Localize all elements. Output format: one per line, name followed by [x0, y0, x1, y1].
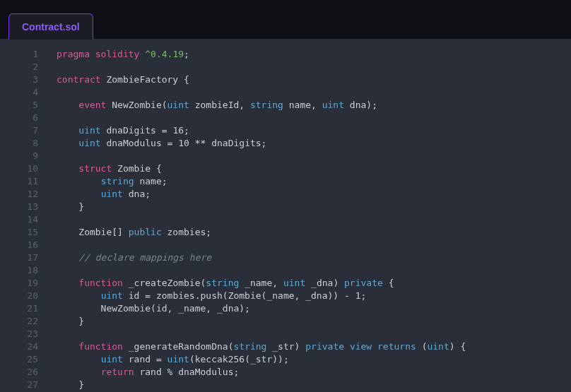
code-line[interactable]	[57, 61, 571, 73]
line-number: 7	[0, 124, 45, 137]
code-line[interactable]: function _createZombie(string _name, uin…	[57, 277, 571, 290]
code-line[interactable]: pragma solidity ^0.4.19;	[57, 48, 571, 61]
code-line[interactable]: }	[57, 201, 571, 213]
code-line[interactable]: // declare mappings here	[57, 251, 571, 264]
code-line[interactable]: uint rand = uint(keccak256(_str));	[57, 353, 571, 366]
line-number: 6	[0, 112, 45, 124]
line-number: 21	[0, 302, 45, 315]
line-number: 23	[0, 328, 45, 340]
line-number: 24	[0, 340, 45, 353]
line-number: 27	[0, 379, 45, 391]
line-number: 9	[0, 150, 45, 162]
line-number: 13	[0, 201, 45, 213]
line-number: 1	[0, 48, 45, 61]
line-number: 20	[0, 290, 45, 302]
line-number: 14	[0, 213, 45, 226]
code-line[interactable]: function _generateRandomDna(string _str)…	[57, 340, 571, 353]
code-line[interactable]	[57, 213, 571, 226]
line-number: 12	[0, 188, 45, 201]
code-line[interactable]	[57, 239, 571, 251]
line-number: 19	[0, 277, 45, 290]
code-line[interactable]: NewZombie(id, _name, _dna);	[57, 302, 571, 315]
code-line[interactable]	[57, 150, 571, 162]
tab-contract[interactable]: Contract.sol	[8, 13, 93, 40]
code-line[interactable]: }	[57, 315, 571, 328]
line-number: 22	[0, 315, 45, 328]
code-line[interactable]: string name;	[57, 175, 571, 188]
code-line[interactable]: return rand % dnaModulus;	[57, 366, 571, 379]
tab-bar: Contract.sol	[0, 0, 571, 40]
code-content[interactable]: pragma solidity ^0.4.19;contract ZombieF…	[51, 40, 571, 392]
line-number: 25	[0, 353, 45, 366]
code-line[interactable]: uint dnaDigits = 16;	[57, 124, 571, 137]
line-number: 17	[0, 251, 45, 264]
line-number: 10	[0, 162, 45, 175]
line-number-gutter: 1234567891011121314151617181920212223242…	[0, 40, 51, 392]
line-number: 11	[0, 175, 45, 188]
line-number: 8	[0, 137, 45, 150]
line-number: 5	[0, 99, 45, 112]
code-line[interactable]	[57, 112, 571, 124]
code-editor[interactable]: 1234567891011121314151617181920212223242…	[0, 40, 571, 392]
code-line[interactable]	[57, 328, 571, 340]
code-line[interactable]: uint dna;	[57, 188, 571, 201]
line-number: 15	[0, 226, 45, 239]
line-number: 3	[0, 73, 45, 86]
line-number: 18	[0, 264, 45, 277]
line-number: 16	[0, 239, 45, 251]
code-line[interactable]: Zombie[] public zombies;	[57, 226, 571, 239]
line-number: 4	[0, 86, 45, 99]
line-number: 2	[0, 61, 45, 73]
code-line[interactable]: uint dnaModulus = 10 ** dnaDigits;	[57, 137, 571, 150]
code-line[interactable]: }	[57, 379, 571, 391]
code-line[interactable]	[57, 264, 571, 277]
code-line[interactable]: contract ZombieFactory {	[57, 73, 571, 86]
code-line[interactable]: uint id = zombies.push(Zombie(_name, _dn…	[57, 290, 571, 302]
code-line[interactable]: struct Zombie {	[57, 162, 571, 175]
code-line[interactable]	[57, 86, 571, 99]
line-number: 26	[0, 366, 45, 379]
code-line[interactable]: event NewZombie(uint zombieId, string na…	[57, 99, 571, 112]
